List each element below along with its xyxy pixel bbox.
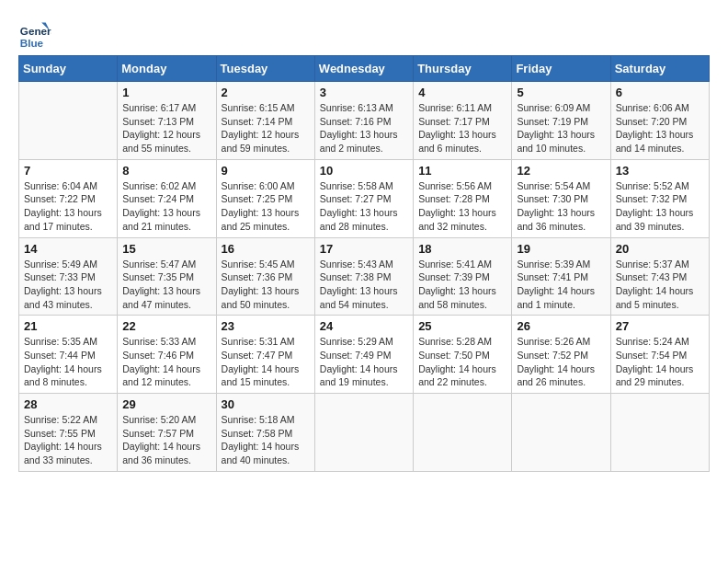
day-number: 26 <box>517 319 605 333</box>
calendar-cell: 23Sunrise: 5:31 AM Sunset: 7:47 PM Dayli… <box>216 316 314 394</box>
calendar-cell: 28Sunrise: 5:22 AM Sunset: 7:55 PM Dayli… <box>19 394 118 472</box>
day-number: 14 <box>24 242 112 256</box>
calendar-cell: 14Sunrise: 5:49 AM Sunset: 7:33 PM Dayli… <box>19 237 118 316</box>
week-row-4: 21Sunrise: 5:35 AM Sunset: 7:44 PM Dayli… <box>19 316 710 394</box>
day-info: Sunrise: 6:15 AM Sunset: 7:14 PM Dayligh… <box>222 101 310 155</box>
day-number: 13 <box>616 164 704 178</box>
day-info: Sunrise: 6:09 AM Sunset: 7:19 PM Dayligh… <box>517 101 605 155</box>
calendar-cell: 16Sunrise: 5:45 AM Sunset: 7:36 PM Dayli… <box>216 237 314 316</box>
calendar-cell <box>512 394 610 472</box>
day-info: Sunrise: 5:24 AM Sunset: 7:54 PM Dayligh… <box>616 335 704 389</box>
calendar-cell: 7Sunrise: 6:04 AM Sunset: 7:22 PM Daylig… <box>19 159 118 237</box>
calendar-cell: 9Sunrise: 6:00 AM Sunset: 7:25 PM Daylig… <box>216 159 314 237</box>
calendar-cell: 15Sunrise: 5:47 AM Sunset: 7:35 PM Dayli… <box>118 237 216 316</box>
week-row-5: 28Sunrise: 5:22 AM Sunset: 7:55 PM Dayli… <box>19 394 710 472</box>
svg-text:Blue: Blue <box>20 37 44 49</box>
week-row-2: 7Sunrise: 6:04 AM Sunset: 7:22 PM Daylig… <box>19 159 710 237</box>
calendar-cell: 8Sunrise: 6:02 AM Sunset: 7:24 PM Daylig… <box>118 159 216 237</box>
day-number: 10 <box>320 164 408 178</box>
calendar-cell <box>414 394 512 472</box>
header-day-sunday: Sunday <box>19 56 118 82</box>
day-number: 11 <box>418 164 506 178</box>
calendar-cell: 11Sunrise: 5:56 AM Sunset: 7:28 PM Dayli… <box>414 159 512 237</box>
calendar-cell: 1Sunrise: 6:17 AM Sunset: 7:13 PM Daylig… <box>118 82 216 160</box>
calendar-cell: 21Sunrise: 5:35 AM Sunset: 7:44 PM Dayli… <box>19 316 118 394</box>
calendar-cell: 13Sunrise: 5:52 AM Sunset: 7:32 PM Dayli… <box>610 159 709 237</box>
day-info: Sunrise: 6:04 AM Sunset: 7:22 PM Dayligh… <box>24 179 112 234</box>
day-info: Sunrise: 6:02 AM Sunset: 7:24 PM Dayligh… <box>122 179 210 234</box>
calendar-cell: 22Sunrise: 5:33 AM Sunset: 7:46 PM Dayli… <box>118 316 216 394</box>
day-info: Sunrise: 5:49 AM Sunset: 7:33 PM Dayligh… <box>24 258 112 312</box>
calendar-table: SundayMondayTuesdayWednesdayThursdayFrid… <box>18 55 710 472</box>
day-info: Sunrise: 5:43 AM Sunset: 7:38 PM Dayligh… <box>320 258 408 312</box>
calendar-cell: 4Sunrise: 6:11 AM Sunset: 7:17 PM Daylig… <box>414 82 512 160</box>
calendar-cell <box>610 394 709 472</box>
day-number: 24 <box>320 319 408 333</box>
day-number: 23 <box>222 319 310 333</box>
day-number: 8 <box>122 164 210 178</box>
calendar-cell: 3Sunrise: 6:13 AM Sunset: 7:16 PM Daylig… <box>314 82 413 160</box>
day-info: Sunrise: 6:00 AM Sunset: 7:25 PM Dayligh… <box>222 179 310 234</box>
header-row: SundayMondayTuesdayWednesdayThursdayFrid… <box>19 56 710 82</box>
day-info: Sunrise: 5:20 AM Sunset: 7:57 PM Dayligh… <box>122 413 210 467</box>
header-day-friday: Friday <box>512 56 610 82</box>
day-number: 16 <box>222 242 310 256</box>
day-info: Sunrise: 5:45 AM Sunset: 7:36 PM Dayligh… <box>222 258 310 312</box>
day-number: 5 <box>517 86 605 99</box>
header-day-monday: Monday <box>118 56 216 82</box>
calendar-cell: 26Sunrise: 5:26 AM Sunset: 7:52 PM Dayli… <box>512 316 610 394</box>
day-number: 21 <box>24 319 112 333</box>
header-day-wednesday: Wednesday <box>314 56 413 82</box>
day-number: 19 <box>517 242 605 256</box>
calendar-body: 1Sunrise: 6:17 AM Sunset: 7:13 PM Daylig… <box>19 82 710 472</box>
day-info: Sunrise: 5:18 AM Sunset: 7:58 PM Dayligh… <box>222 413 310 467</box>
day-info: Sunrise: 6:06 AM Sunset: 7:20 PM Dayligh… <box>616 101 704 155</box>
calendar-cell: 19Sunrise: 5:39 AM Sunset: 7:41 PM Dayli… <box>512 237 610 316</box>
calendar-cell <box>19 82 118 160</box>
calendar-cell: 24Sunrise: 5:29 AM Sunset: 7:49 PM Dayli… <box>314 316 413 394</box>
day-info: Sunrise: 5:41 AM Sunset: 7:39 PM Dayligh… <box>418 258 506 312</box>
day-info: Sunrise: 5:26 AM Sunset: 7:52 PM Dayligh… <box>517 335 605 389</box>
logo: General Blue <box>18 18 57 52</box>
logo-icon: General Blue <box>18 18 51 52</box>
day-number: 27 <box>616 319 704 333</box>
header-day-tuesday: Tuesday <box>216 56 314 82</box>
day-info: Sunrise: 6:17 AM Sunset: 7:13 PM Dayligh… <box>122 101 210 155</box>
day-number: 17 <box>320 242 408 256</box>
day-info: Sunrise: 5:35 AM Sunset: 7:44 PM Dayligh… <box>24 335 112 389</box>
day-number: 18 <box>418 242 506 256</box>
calendar-cell: 6Sunrise: 6:06 AM Sunset: 7:20 PM Daylig… <box>610 82 709 160</box>
day-info: Sunrise: 6:11 AM Sunset: 7:17 PM Dayligh… <box>418 101 506 155</box>
day-info: Sunrise: 5:52 AM Sunset: 7:32 PM Dayligh… <box>616 179 704 234</box>
day-info: Sunrise: 5:37 AM Sunset: 7:43 PM Dayligh… <box>616 258 704 312</box>
calendar-cell <box>314 394 413 472</box>
calendar-cell: 29Sunrise: 5:20 AM Sunset: 7:57 PM Dayli… <box>118 394 216 472</box>
calendar-cell: 20Sunrise: 5:37 AM Sunset: 7:43 PM Dayli… <box>610 237 709 316</box>
day-number: 15 <box>122 242 210 256</box>
calendar-cell: 25Sunrise: 5:28 AM Sunset: 7:50 PM Dayli… <box>414 316 512 394</box>
day-info: Sunrise: 5:58 AM Sunset: 7:27 PM Dayligh… <box>320 179 408 234</box>
day-number: 20 <box>616 242 704 256</box>
day-number: 7 <box>24 164 112 178</box>
day-info: Sunrise: 5:29 AM Sunset: 7:49 PM Dayligh… <box>320 335 408 389</box>
calendar-cell: 17Sunrise: 5:43 AM Sunset: 7:38 PM Dayli… <box>314 237 413 316</box>
page-header: General Blue <box>18 18 710 52</box>
day-number: 9 <box>222 164 310 178</box>
calendar-cell: 30Sunrise: 5:18 AM Sunset: 7:58 PM Dayli… <box>216 394 314 472</box>
day-info: Sunrise: 5:56 AM Sunset: 7:28 PM Dayligh… <box>418 179 506 234</box>
week-row-1: 1Sunrise: 6:17 AM Sunset: 7:13 PM Daylig… <box>19 82 710 160</box>
day-info: Sunrise: 5:28 AM Sunset: 7:50 PM Dayligh… <box>418 335 506 389</box>
day-number: 28 <box>24 397 112 411</box>
header-day-thursday: Thursday <box>414 56 512 82</box>
day-number: 4 <box>418 86 506 99</box>
day-number: 3 <box>320 86 408 99</box>
day-info: Sunrise: 5:54 AM Sunset: 7:30 PM Dayligh… <box>517 179 605 234</box>
calendar-header: SundayMondayTuesdayWednesdayThursdayFrid… <box>19 56 710 82</box>
header-day-saturday: Saturday <box>610 56 709 82</box>
week-row-3: 14Sunrise: 5:49 AM Sunset: 7:33 PM Dayli… <box>19 237 710 316</box>
calendar-cell: 27Sunrise: 5:24 AM Sunset: 7:54 PM Dayli… <box>610 316 709 394</box>
calendar-cell: 12Sunrise: 5:54 AM Sunset: 7:30 PM Dayli… <box>512 159 610 237</box>
day-number: 12 <box>517 164 605 178</box>
calendar-cell: 2Sunrise: 6:15 AM Sunset: 7:14 PM Daylig… <box>216 82 314 160</box>
day-info: Sunrise: 5:22 AM Sunset: 7:55 PM Dayligh… <box>24 413 112 467</box>
